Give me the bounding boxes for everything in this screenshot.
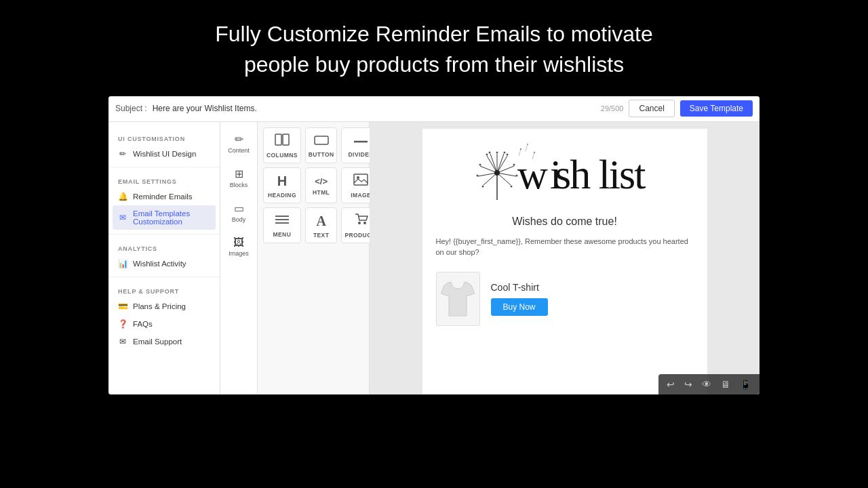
activity-icon: 📊 (118, 259, 127, 268)
svg-point-32 (503, 151, 505, 153)
desktop-view-button[interactable]: 🖥 (718, 378, 733, 391)
product-name: Cool T-shirt (491, 282, 548, 293)
sidebar-item-wishlist-ui[interactable]: ✏ Wishlist UI Design (108, 145, 220, 163)
support-email-icon: ✉ (118, 337, 127, 346)
product-info: Cool T-shirt Buy Now (491, 282, 548, 316)
tool-panel: ✏ Content ⊞ Blocks ▭ Body 🖼 Images (220, 122, 370, 394)
main-layout: UI CUSTOMISATION ✏ Wishlist UI Design EM… (108, 122, 760, 394)
svg-point-9 (358, 222, 361, 224)
tab-content[interactable]: ✏ Content (222, 127, 255, 159)
svg-line-39 (526, 144, 528, 151)
help-support-title: HELP & SUPPORT (108, 281, 220, 298)
logo-area: w sh list i (422, 129, 707, 210)
image-icon (353, 174, 368, 189)
svg-point-30 (481, 185, 484, 187)
svg-point-34 (494, 170, 500, 176)
tool-tabs: ✏ Content ⊞ Blocks ▭ Body 🖼 Images (220, 122, 258, 394)
pencil-icon: ✏ (118, 149, 127, 159)
undo-button[interactable]: ↩ (664, 378, 677, 391)
svg-point-28 (476, 174, 478, 176)
save-template-button[interactable]: Save Template (680, 100, 753, 117)
blocks-area: COLUMNS BUTTON (258, 122, 386, 394)
app-window: Subject : 29/500 Cancel Save Template UI… (108, 96, 760, 394)
button-icon (314, 134, 329, 148)
svg-text:w: w (517, 151, 548, 197)
block-html[interactable]: </> HTML (305, 167, 338, 203)
images-tab-icon: 🖼 (233, 237, 244, 249)
sidebar: UI CUSTOMISATION ✏ Wishlist UI Design EM… (108, 122, 220, 394)
bottom-toolbar: ↩ ↪ 👁 🖥 📱 (658, 374, 760, 394)
svg-point-25 (506, 153, 508, 155)
tab-body[interactable]: ▭ Body (222, 197, 255, 228)
sidebar-item-faqs[interactable]: ❓ FAQs (108, 315, 220, 333)
subject-label: Subject : (115, 104, 147, 113)
divider-icon (353, 134, 368, 148)
preview-button[interactable]: 👁 (699, 378, 714, 391)
sidebar-item-email-support[interactable]: ✉ Email Support (108, 333, 220, 350)
svg-rect-2 (315, 136, 328, 144)
block-heading[interactable]: H HEADING (263, 167, 301, 203)
svg-rect-1 (283, 134, 289, 145)
hero-line1: Fully Customize Reminder Emails to motiv… (215, 22, 653, 46)
block-button[interactable]: BUTTON (305, 127, 338, 163)
block-text[interactable]: A TEXT (305, 207, 338, 243)
columns-icon (275, 134, 290, 149)
char-count: 29/500 (601, 104, 624, 113)
tab-blocks[interactable]: ⊞ Blocks (222, 162, 255, 194)
svg-text:i: i (550, 151, 561, 197)
sidebar-item-plans[interactable]: 💳 Plans & Pricing (108, 298, 220, 315)
text-icon: A (316, 214, 326, 229)
email-tagline: Wishes do come true! (422, 210, 707, 233)
block-menu[interactable]: MENU (263, 207, 301, 243)
faq-icon: ❓ (118, 319, 127, 329)
svg-point-24 (496, 151, 498, 153)
svg-point-33 (488, 151, 490, 153)
menu-icon (275, 214, 290, 228)
content-tab-icon: ✏ (235, 133, 243, 146)
bell-icon: 🔔 (118, 192, 127, 201)
email-settings-title: EMAIL SETTINGS (108, 171, 220, 188)
email-body-text: Hey! {{buyer_first_name}}, Remember thes… (422, 233, 707, 265)
subject-input[interactable] (153, 104, 595, 113)
plans-icon: 💳 (118, 302, 127, 311)
svg-point-27 (513, 163, 515, 165)
svg-point-31 (510, 185, 512, 187)
buy-now-button[interactable]: Buy Now (491, 298, 548, 316)
hero-line2: people buy products from their wishlists (244, 52, 624, 77)
ui-customisation-title: UI CUSTOMISATION (108, 129, 220, 145)
svg-point-10 (363, 222, 366, 224)
svg-line-15 (480, 166, 497, 173)
svg-line-16 (497, 166, 514, 173)
svg-rect-4 (354, 174, 368, 185)
tab-images[interactable]: 🖼 Images (222, 231, 255, 262)
mobile-view-button[interactable]: 📱 (737, 378, 754, 391)
redo-button[interactable]: ↪ (682, 378, 695, 391)
blocks-tab-icon: ⊞ (235, 167, 243, 180)
sidebar-item-email-templates[interactable]: ✉ Email Templates Customization (113, 205, 216, 230)
svg-text:sh list: sh list (555, 151, 646, 197)
wishlist-logo-svg: w sh list i (456, 136, 673, 210)
svg-point-26 (479, 163, 481, 165)
email-product: Cool T-shirt Buy Now (422, 265, 707, 333)
svg-rect-0 (275, 134, 281, 145)
sidebar-item-wishlist-activity[interactable]: 📊 Wishlist Activity (108, 255, 220, 272)
product-image (436, 272, 480, 326)
heading-icon: H (277, 174, 287, 189)
sidebar-item-reminder-emails[interactable]: 🔔 Reminder Emails (108, 188, 220, 205)
top-bar: Subject : 29/500 Cancel Save Template (108, 96, 760, 122)
tshirt-svg (441, 279, 475, 319)
cancel-button[interactable]: Cancel (629, 100, 674, 117)
block-columns[interactable]: COLUMNS (263, 127, 301, 163)
tool-panel-inner: ✏ Content ⊞ Blocks ▭ Body 🖼 Images (220, 122, 369, 394)
svg-point-23 (486, 153, 488, 155)
body-tab-icon: ▭ (234, 202, 244, 215)
preview-area: w sh list i Wishes do come true! Hey! {{… (370, 122, 760, 394)
product-icon (353, 214, 368, 229)
html-icon: </> (315, 176, 328, 186)
analytics-title: ANALYTICS (108, 239, 220, 255)
email-icon: ✉ (118, 213, 127, 222)
email-preview: w sh list i Wishes do come true! Hey! {{… (422, 129, 707, 394)
hero-text: Fully Customize Reminder Emails to motiv… (201, 0, 667, 96)
